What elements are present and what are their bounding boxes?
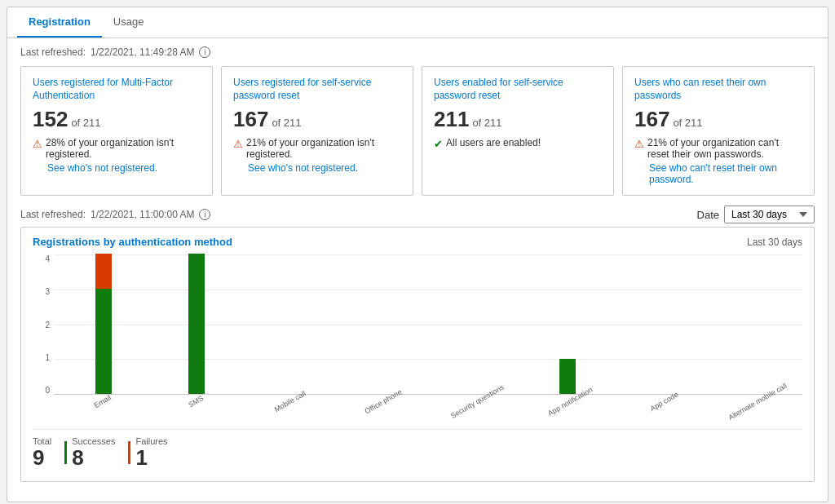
x-label-email: Email [54,396,148,406]
chart-wrapper: 4 3 2 1 0 [33,254,802,418]
y-axis: 4 3 2 1 0 [33,254,52,395]
card-mfa-big: 152 [33,107,68,132]
card-can-reset-of: of 211 [673,117,702,129]
bar-group-app-notification [521,254,614,394]
main-container: Registration Usage Last refreshed: 1/22/… [7,7,828,502]
bar-group-mobile-call [243,254,336,394]
y-label-3: 3 [45,287,50,296]
card-mfa-warning: ⚠ 28% of your organization isn't registe… [33,137,201,160]
card-sspr: Users registered for self-service passwo… [221,66,413,196]
chart-plot [54,254,802,395]
card-sspr-count: 167 of 211 [233,107,401,132]
card-mfa-title: Users registered for Multi-Factor Authen… [33,77,201,102]
stat-total: Total 9 [33,436,51,470]
stat-successes-value: 8 [72,446,115,470]
x-label-sms: SMS [148,396,241,406]
stat-failures-content: Failures 1 [135,436,167,470]
tab-bar: Registration Usage [7,7,828,38]
stat-successes-divider [64,441,67,464]
section-bar: Last refreshed: 1/22/2021, 11:00:00 AM i… [20,206,815,223]
card-sspr-enabled-ok-text: All users are enabled! [446,137,541,148]
card-sspr-big: 167 [233,107,268,132]
bar-email-failure [95,254,112,289]
top-refresh-row: Last refreshed: 1/22/2021, 11:49:28 AM i [20,46,815,58]
x-label-alternate-mobile: Alternate mobile call [709,396,802,406]
bar-group-alternate-mobile [706,254,799,394]
card-can-reset-title: Users who can reset their own passwords [634,77,802,102]
tab-registration[interactable]: Registration [17,7,102,38]
card-sspr-enabled-title: Users enabled for self-service password … [434,77,602,102]
card-sspr-warn-icon: ⚠ [233,138,243,150]
card-sspr-enabled-of: of 211 [472,117,501,129]
bar-sms-success [188,254,205,394]
bottom-refresh-row: Last refreshed: 1/22/2021, 11:00:00 AM i [20,209,210,220]
stat-failures-value: 1 [135,446,167,470]
x-axis-labels: Email SMS Mobile call Office phone Secur… [54,395,802,418]
card-sspr-title: Users registered for self-service passwo… [233,77,401,102]
bar-email-success [95,289,112,394]
date-select[interactable]: Last 30 days Last 7 days Last 24 hours [724,206,815,223]
stat-failures-divider [128,441,130,464]
bar-stack-sms [188,254,205,394]
stat-failures: Failures 1 [128,436,167,470]
card-can-reset-warning-text: 21% of your organization can't reset the… [647,137,802,160]
card-can-reset-count: 167 of 211 [634,107,802,132]
y-label-0: 0 [45,386,50,395]
card-mfa: Users registered for Multi-Factor Authen… [20,66,213,196]
bar-group-app-code [614,254,707,394]
card-mfa-of: of 211 [71,117,100,129]
top-refresh-info-icon[interactable]: i [199,46,210,58]
bottom-refresh-info-icon[interactable]: i [199,209,210,220]
card-can-reset: Users who can reset their own passwords … [622,66,815,196]
cards-row: Users registered for Multi-Factor Authen… [20,66,815,196]
bar-stack-app-notification [559,359,576,394]
top-refresh-label: Last refreshed: [20,46,86,58]
card-can-reset-warning: ⚠ 21% of your organization can't reset t… [634,137,802,160]
card-mfa-link[interactable]: See who's not registered. [47,162,201,174]
card-sspr-enabled-big: 211 [434,107,469,132]
bar-group-security-questions [428,254,521,394]
card-can-reset-big: 167 [634,107,669,132]
stat-successes-content: Successes 8 [72,436,115,470]
y-label-2: 2 [45,321,50,329]
x-label-mobile-call: Mobile call [241,396,335,406]
tab-usage[interactable]: Usage [102,7,156,38]
bars-container [54,254,802,394]
card-sspr-enabled-ok: ✔ All users are enabled! [434,137,602,150]
card-mfa-warn-icon: ⚠ [33,138,42,150]
bottom-refresh-timestamp: 1/22/2021, 11:00:00 AM [91,209,194,220]
bar-group-sms [150,254,243,394]
card-sspr-enabled-ok-icon: ✔ [434,138,443,150]
x-label-app-notification: App notification [522,396,616,406]
bar-stack-email [95,254,112,394]
card-can-reset-link[interactable]: See who can't reset their own password. [649,162,802,185]
x-label-office-phone: Office phone [334,396,428,406]
stat-total-value: 9 [33,446,51,470]
card-sspr-of: of 211 [272,117,301,129]
chart-period: Last 30 days [747,237,802,248]
top-refresh-timestamp: 1/22/2021, 11:49:28 AM [91,46,194,58]
card-sspr-enabled: Users enabled for self-service password … [422,66,614,196]
x-label-security-questions: Security questions [428,396,522,406]
card-sspr-enabled-count: 211 of 211 [434,107,602,132]
chart-title-row: Registrations by authentication method L… [33,236,802,248]
bar-group-office-phone [335,254,428,394]
card-sspr-warning-text: 21% of your organization isn't registere… [246,137,401,160]
date-picker: Date Last 30 days Last 7 days Last 24 ho… [697,206,815,223]
date-label: Date [697,209,719,221]
y-label-1: 1 [45,353,50,362]
chart-title: Registrations by authentication method [33,236,232,248]
bar-app-notification-success [559,359,576,394]
y-label-4: 4 [45,254,50,263]
chart-section: Registrations by authentication method L… [20,227,815,482]
card-sspr-warning: ⚠ 21% of your organization isn't registe… [233,137,401,160]
bar-group-email [57,254,150,394]
card-mfa-count: 152 of 211 [33,107,201,132]
stat-successes: Successes 8 [64,436,115,470]
card-can-reset-warn-icon: ⚠ [634,138,644,150]
stats-row: Total 9 Successes 8 Failures 1 [33,429,802,470]
content-area: Last refreshed: 1/22/2021, 11:49:28 AM i… [7,38,828,502]
bottom-refresh-label: Last refreshed: [20,209,86,220]
card-mfa-warning-text: 28% of your organization isn't registere… [46,137,201,160]
card-sspr-link[interactable]: See who's not registered. [248,162,401,174]
